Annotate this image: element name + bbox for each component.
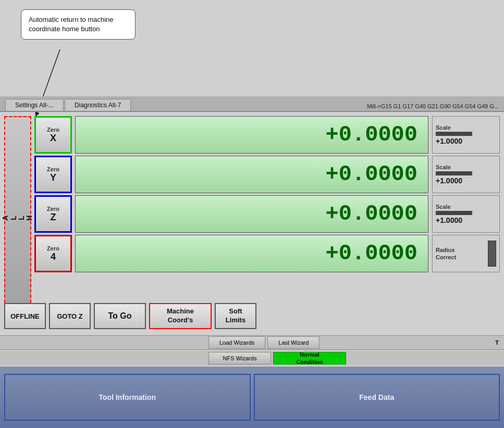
scale-x-value: +1.0000 [436,137,462,145]
zero-x-label: Zero [47,127,59,133]
zero-y-axis: Y [50,172,56,183]
zero-y-label: Zero [47,166,59,172]
soft-limits-button[interactable]: SoftLimits [215,303,256,329]
zero-x-axis: X [50,133,56,144]
ref-all-home-button[interactable]: REFALLHOME [4,116,31,319]
tab-bar: Settings Alt-... Diagnostics Alt-7 Mill-… [0,96,504,112]
tab-diagnostics[interactable]: Diagnostics Alt-7 [65,99,131,111]
zero-z-button[interactable]: Zero Z [34,195,72,233]
zero-z-label: Zero [47,206,59,212]
dro-z-value: +0.0000 [326,202,417,226]
dro-4-value: +0.0000 [326,241,417,266]
tab-mill: Mill->G15 G1 G17 G40 G21 G90 G54 G54 G49… [367,103,499,109]
radius-indicator [488,241,496,267]
scale-y-box: Scale +1.0000 [432,156,500,193]
bottom-section: Tool Information Feed Data [0,367,504,428]
dro-x-value: +0.0000 [326,122,417,147]
scale-z-bar [436,211,472,215]
scale-x-bar [436,132,472,136]
wizard-row: Load Wizards Last Wizard T [0,335,504,350]
tab-settings[interactable]: Settings Alt-... [5,99,64,111]
machine-coords-button[interactable]: MachineCoord's [149,303,212,329]
scale-x-label: Scale [436,124,451,131]
dro-y-value: +0.0000 [326,162,417,187]
scale-y-label: Scale [436,164,451,170]
offline-button[interactable]: OFFLINE [4,303,46,329]
nfs-row: NFS Wizards NormalCondition [0,351,504,366]
dro-z: +0.0000 [75,195,428,233]
zero-buttons-column: Zero X Zero Y Zero Z Zero 4 [34,116,72,272]
scale-z-label: Scale [436,204,451,210]
tool-information-panel: Tool Information [4,374,251,421]
zero-x-button[interactable]: Zero X [34,116,72,154]
zero-y-button[interactable]: Zero Y [34,156,72,193]
scale-x-box: Scale +1.0000 [432,116,500,154]
to-go-button[interactable]: To Go [94,303,146,329]
scale-z-value: +1.0000 [436,216,462,224]
bottom-button-row: OFFLINE GOTO Z To Go MachineCoord's Soft… [4,301,500,331]
nfs-wizards-button[interactable]: NFS Wizards [208,352,271,364]
goto-z-button[interactable]: GOTO Z [49,303,91,329]
zero-4-label: Zero [47,245,59,251]
t-label-right: T [495,339,499,346]
callout-text: Automatic return to machine coordinate h… [29,16,114,33]
radius-correct-box: RadiusCorrect [432,235,500,272]
last-wizard-button[interactable]: Last Wizard [267,336,319,349]
scale-z-box: Scale +1.0000 [432,195,500,233]
callout-box: Automatic return to machine coordinate h… [21,9,136,40]
normal-condition-button[interactable]: NormalCondition [273,352,346,364]
dro-column: +0.0000 +0.0000 +0.0000 +0.0000 [75,116,428,272]
dro-x: +0.0000 [75,116,428,154]
zero-z-axis: Z [51,212,56,223]
dro-y: +0.0000 [75,156,428,193]
scale-y-value: +1.0000 [436,177,462,185]
load-wizards-button[interactable]: Load Wizards [208,336,265,349]
scale-y-bar [436,171,472,175]
feed-data-panel: Feed Data [254,374,500,421]
scale-column: Scale +1.0000 Scale +1.0000 Scale +1.000… [432,116,500,272]
zero-4-button[interactable]: Zero 4 [34,235,72,272]
dro-4: +0.0000 [75,235,428,272]
radius-correct-label: RadiusCorrect [436,246,456,261]
zero-4-axis: 4 [51,251,56,262]
